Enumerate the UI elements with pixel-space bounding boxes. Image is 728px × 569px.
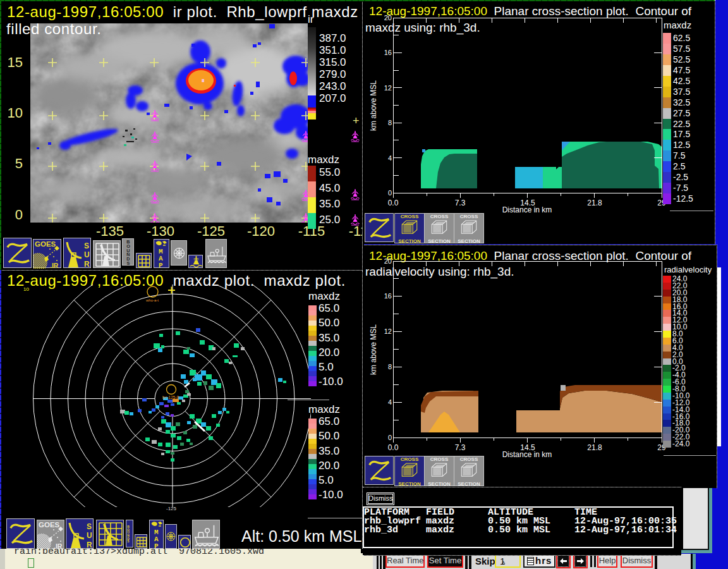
svg-text:who-a-t: who-a-t	[145, 298, 159, 302]
svg-text:-125: -125	[166, 506, 177, 511]
svg-text:b<-125-8: b<-125-8	[162, 395, 179, 400]
